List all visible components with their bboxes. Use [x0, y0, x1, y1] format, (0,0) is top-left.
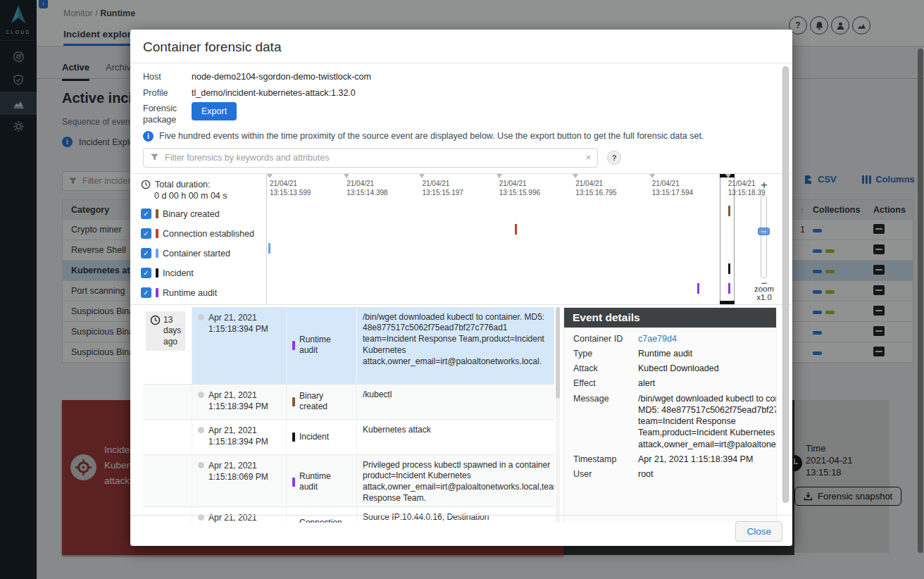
connection_established-color-chip: [156, 229, 158, 238]
time-ago-line: days: [163, 325, 181, 337]
binary_created-color-chip: [292, 397, 295, 406]
event-details-fields: Container IDc7ae79d4TypeRuntime auditAtt…: [564, 328, 776, 490]
detail-label: User: [573, 468, 638, 480]
event-row[interactable]: Apr 21, 20211:15:18:394 PMBinary created…: [143, 385, 554, 420]
clear-filter-icon[interactable]: ×: [585, 152, 591, 163]
clock-icon: [150, 315, 161, 325]
tick-marker-icon: [344, 174, 349, 178]
event-dot-icon: [198, 392, 204, 398]
event-age-cell: 13daysago: [143, 307, 192, 384]
detail-label: Timestamp: [573, 454, 638, 465]
incident-color-chip: [292, 432, 295, 442]
event-message-cell: Privileged process kubectl spawned in a …: [357, 455, 554, 509]
timeline-plot: 21/04/2113:15:13.59921/04/2113:15:14.398…: [266, 174, 736, 304]
close-button[interactable]: Close: [735, 521, 782, 542]
tick-marker-icon: [573, 174, 578, 178]
event-datetime: Apr 21, 20211:15:18:069 PM: [208, 460, 268, 482]
duration-clock-icon: [141, 180, 151, 189]
filter-help-button[interactable]: ?: [607, 151, 621, 165]
event-list: 13daysagoApr 21, 20211:15:18:394 PMRunti…: [143, 307, 554, 523]
legend-item-binary_created[interactable]: ✓Binary created: [141, 208, 266, 220]
tick-marker-icon: [649, 174, 655, 178]
legend-label: Container started: [163, 249, 230, 259]
tick-date: 21/04/21: [422, 179, 478, 188]
event-date-cell: Apr 21, 20211:15:18:394 PM: [192, 307, 287, 384]
tick-date: 21/04/21: [346, 179, 403, 188]
tick-marker-icon: [267, 174, 273, 178]
detail-value: alert: [638, 378, 655, 389]
tick-time: 13:15:15.197: [422, 188, 478, 197]
zoom-slider-track[interactable]: [761, 195, 767, 278]
checkbox-checked-icon[interactable]: ✓: [141, 208, 151, 219]
container-id-link[interactable]: c7ae79d4: [638, 333, 677, 344]
legend-item-incident[interactable]: ✓Incident: [141, 267, 266, 280]
event-datetime: Apr 21, 20211:15:18:394 PM: [208, 312, 268, 335]
legend-item-connection_established[interactable]: ✓Connection established: [141, 228, 266, 240]
export-button[interactable]: Export: [192, 102, 237, 120]
event-list-scrollbar[interactable]: [556, 307, 560, 523]
info-icon: i: [143, 131, 154, 142]
runtime_audit-color-chip: [292, 341, 295, 350]
detail-row: Message/bin/wget downloaded kubectl to c…: [573, 393, 767, 450]
timeline-marker-binary_created: [728, 206, 730, 216]
profile-value: tl_demo/incident-kubernetes-attack:1.32.…: [192, 88, 356, 98]
host-value: node-demo2104-sgordon-demo-twistlock-com: [192, 72, 371, 82]
forensic-package-label: Forensic package: [143, 104, 192, 125]
legend-item-container_started[interactable]: ✓Container started: [141, 247, 266, 260]
detail-value: root: [638, 468, 654, 480]
event-date-cell: Apr 21, 20211:15:18:069 PM: [192, 455, 287, 509]
event-row[interactable]: Apr 21, 20211:15:18:394 PMIncidentKubern…: [143, 420, 554, 455]
detail-row: TimestampApr 21, 2021 1:15:18:394 PM: [573, 454, 767, 465]
checkbox-checked-icon[interactable]: ✓: [141, 268, 151, 278]
event-time: 1:15:18:394 PM: [208, 436, 268, 447]
legend-label: Binary created: [163, 209, 220, 219]
tick-time: 13:15:16.795: [575, 188, 632, 197]
checkbox-checked-icon[interactable]: ✓: [141, 228, 151, 239]
event-details-panel: Event details Container IDc7ae79d4TypeRu…: [563, 307, 777, 523]
event-row[interactable]: Apr 21, 20211:15:18:069 PMRuntime auditP…: [143, 455, 554, 507]
event-row[interactable]: 13daysagoApr 21, 20211:15:18:394 PMRunti…: [143, 307, 554, 385]
total-duration-label: Total duration:: [155, 180, 211, 189]
tick-marker-icon: [725, 174, 731, 178]
time-ago-badge: 13daysago: [146, 311, 185, 351]
tick-date: 21/04/21: [270, 179, 326, 188]
legend-label: Connection established: [163, 229, 254, 239]
event-message-cell: /bin/wget downloaded kubectl to containe…: [357, 307, 554, 384]
detail-value: Kubectl Downloaded: [638, 363, 719, 374]
funnel-icon: [150, 153, 159, 162]
tick-marker-icon: [497, 174, 502, 178]
event-age-cell: [143, 385, 192, 419]
event-time: 1:15:18:394 PM: [208, 323, 268, 335]
modal-scrollbar[interactable]: [782, 66, 789, 503]
legend-item-runtime_audit[interactable]: ✓Runtime audit: [141, 287, 266, 299]
event-message-cell: Kubernetes attack: [357, 420, 554, 454]
tick-time: 13:15:17.594: [652, 188, 708, 197]
zoom-slider-handle[interactable]: •••: [758, 228, 770, 235]
tick-time: 13:15:15.996: [499, 188, 556, 197]
timeline-marker-runtime_audit: [728, 283, 730, 294]
event-dot-icon: [198, 462, 204, 468]
detail-label: Container ID: [573, 333, 638, 344]
checkbox-checked-icon[interactable]: ✓: [141, 287, 151, 298]
checkbox-checked-icon[interactable]: ✓: [141, 248, 151, 259]
host-label: Host: [143, 72, 192, 83]
tick-date: 21/04/21: [575, 179, 632, 188]
tick-label: 21/04/2113:15:15.996: [499, 179, 556, 197]
event-time: 1:15:18:069 PM: [208, 471, 268, 482]
timeline-legend: Total duration: 0 d 00 h 00 m 04 s ✓Bina…: [141, 174, 266, 304]
timeline-marker-connection_established: [515, 224, 517, 235]
forensics-filter[interactable]: ×: [143, 148, 598, 168]
event-date: Apr 21, 2021: [208, 460, 268, 471]
incident-color-chip: [156, 268, 158, 278]
detail-row: AttackKubectl Downloaded: [573, 363, 767, 374]
event-details-title: Event details: [564, 308, 776, 328]
forensic-modal: Container forensic data Host node-demo21…: [130, 30, 792, 546]
forensics-filter-input[interactable]: [165, 153, 580, 163]
package-label-line1: Forensic: [143, 104, 177, 113]
detail-row: Effectalert: [573, 378, 767, 389]
timeline-marker-incident: [728, 263, 730, 274]
tick-label: 21/04/2113:15:15.197: [422, 179, 478, 197]
event-datetime: Apr 21, 20211:15:18:394 PM: [208, 425, 268, 447]
event-date-cell: Apr 21, 20211:15:18:394 PM: [192, 385, 287, 419]
package-label-line2: package: [143, 115, 176, 125]
